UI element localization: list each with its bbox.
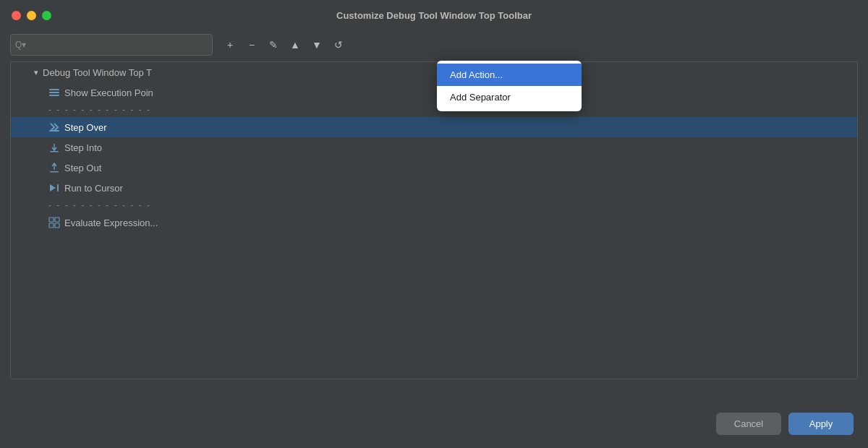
list-item[interactable]: Step Into xyxy=(11,137,857,158)
add-separator-item[interactable]: Add Separator xyxy=(437,86,582,108)
svg-rect-3 xyxy=(49,130,59,132)
add-icon: + xyxy=(227,39,233,51)
svg-rect-10 xyxy=(55,223,59,228)
svg-rect-5 xyxy=(50,171,59,173)
cancel-button[interactable]: Cancel xyxy=(716,413,781,435)
list-item[interactable]: Run to Cursor xyxy=(11,178,857,198)
svg-rect-2 xyxy=(49,95,59,96)
step-out-icon xyxy=(48,162,60,173)
reset-button[interactable]: ↺ xyxy=(328,35,349,55)
separator-1: - - - - - - - - - - - - - xyxy=(11,103,857,117)
evaluate-expression-label: Evaluate Expression... xyxy=(64,217,158,228)
remove-icon: − xyxy=(249,39,255,51)
execution-point-icon xyxy=(48,87,60,98)
run-to-cursor-icon xyxy=(48,182,60,194)
search-input[interactable] xyxy=(10,34,213,56)
bottom-bar: Cancel Apply xyxy=(0,399,868,448)
reset-icon: ↺ xyxy=(334,39,343,51)
step-out-label: Step Out xyxy=(64,163,101,173)
list-item[interactable]: Step Over xyxy=(11,117,857,137)
add-button[interactable]: + xyxy=(220,35,240,55)
title-bar: Customize Debug Tool Window Top Toolbar xyxy=(0,0,868,28)
step-into-icon xyxy=(48,142,60,153)
svg-rect-9 xyxy=(49,223,54,228)
add-action-item[interactable]: Add Action... xyxy=(437,64,582,86)
move-down-icon: ▼ xyxy=(312,39,322,51)
step-over-icon xyxy=(48,121,60,133)
tree-root-label: Debug Tool Window Top T xyxy=(43,67,152,78)
svg-rect-8 xyxy=(55,217,59,222)
list-item[interactable]: Show Execution Poin xyxy=(11,82,857,103)
list-item[interactable]: Step Out xyxy=(11,158,857,178)
search-icon: Q▾ xyxy=(15,40,26,50)
window-controls xyxy=(12,11,51,20)
edit-icon: ✎ xyxy=(269,39,278,51)
maximize-button[interactable] xyxy=(42,11,51,20)
separator-2: - - - - - - - - - - - - - xyxy=(11,198,857,212)
window-title: Customize Debug Tool Window Top Toolbar xyxy=(336,10,532,21)
move-up-button[interactable]: ▲ xyxy=(285,35,305,55)
tree-root-item[interactable]: ▾ Debug Tool Window Top T xyxy=(11,62,857,82)
move-down-button[interactable]: ▼ xyxy=(307,35,327,55)
chevron-down-icon: ▾ xyxy=(34,68,38,77)
content-area: ▾ Debug Tool Window Top T Show Execution… xyxy=(10,61,858,379)
run-to-cursor-label: Run to Cursor xyxy=(64,183,123,194)
svg-rect-1 xyxy=(49,92,59,93)
show-execution-label: Show Execution Poin xyxy=(64,87,153,98)
svg-rect-0 xyxy=(49,89,59,90)
search-wrapper: Q▾ xyxy=(10,34,213,56)
remove-button[interactable]: − xyxy=(242,35,262,55)
toolbar-buttons: + − ✎ ▲ ▼ ↺ Add Action... Add Separator xyxy=(220,35,349,55)
move-up-icon: ▲ xyxy=(290,39,300,51)
close-button[interactable] xyxy=(12,11,21,20)
svg-rect-6 xyxy=(57,184,59,191)
step-over-label: Step Over xyxy=(64,122,107,133)
evaluate-expression-icon xyxy=(48,217,60,228)
edit-button[interactable]: ✎ xyxy=(263,35,284,55)
list-item[interactable]: Evaluate Expression... xyxy=(11,212,857,233)
svg-rect-4 xyxy=(50,151,59,152)
minimize-button[interactable] xyxy=(27,11,36,20)
toolbar-area: Q▾ + − ✎ ▲ ▼ ↺ Add Action... Add Separat… xyxy=(0,28,868,61)
svg-rect-7 xyxy=(49,217,54,222)
apply-button[interactable]: Apply xyxy=(788,413,854,435)
add-action-dropdown: Add Action... Add Separator xyxy=(437,61,582,111)
step-into-label: Step Into xyxy=(64,142,102,153)
